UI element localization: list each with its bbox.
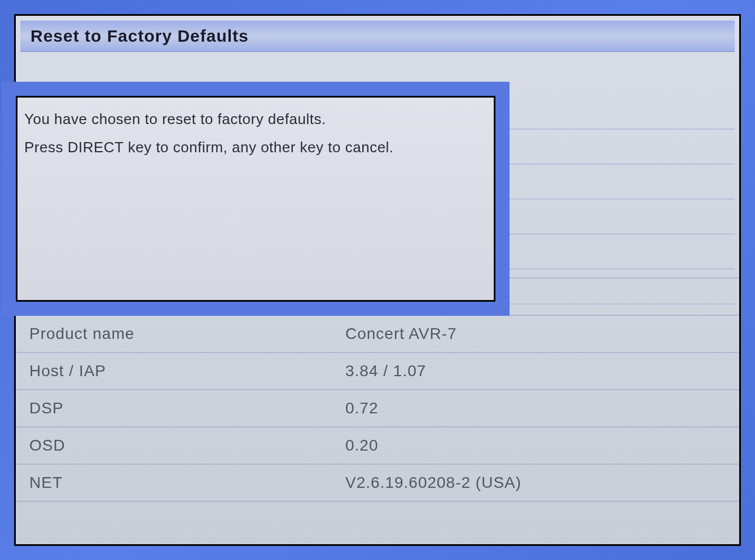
info-value-net: V2.6.19.60208-2 (USA) — [345, 474, 521, 492]
info-value-product-name: Concert AVR-7 — [345, 325, 457, 343]
info-label-dsp: DSP — [29, 399, 345, 417]
dialog-line-1: You have chosen to reset to factory defa… — [24, 108, 487, 131]
dialog-line-2: Press DIRECT key to confirm, any other k… — [24, 136, 487, 160]
info-value-dsp: 0.72 — [345, 399, 379, 417]
info-value-host-iap: 3.84 / 1.07 — [345, 362, 426, 380]
info-value-osd: 0.20 — [345, 436, 379, 455]
confirmation-dialog[interactable]: You have chosen to reset to factory defa… — [16, 96, 495, 302]
info-row-net: NET V2.6.19.60208-2 (USA) — [16, 465, 739, 502]
info-row-host-iap: Host / IAP 3.84 / 1.07 — [16, 353, 739, 390]
info-label-net: NET — [29, 474, 345, 492]
confirmation-dialog-overlay: You have chosen to reset to factory defa… — [2, 82, 510, 316]
info-label-product-name: Product name — [29, 325, 345, 343]
info-row-dsp: DSP 0.72 — [16, 390, 739, 427]
dialog-message: You have chosen to reset to factory defa… — [24, 108, 487, 159]
info-label-osd: OSD — [29, 436, 345, 455]
info-row-product-name: Product name Concert AVR-7 — [16, 316, 739, 353]
info-row-osd: OSD 0.20 — [16, 427, 739, 465]
main-panel: Reset to Factory Defaults Shut down code… — [14, 14, 741, 546]
info-label-host-iap: Host / IAP — [29, 362, 345, 380]
page-title: Reset to Factory Defaults — [30, 27, 725, 46]
title-bar: Reset to Factory Defaults — [20, 20, 735, 52]
